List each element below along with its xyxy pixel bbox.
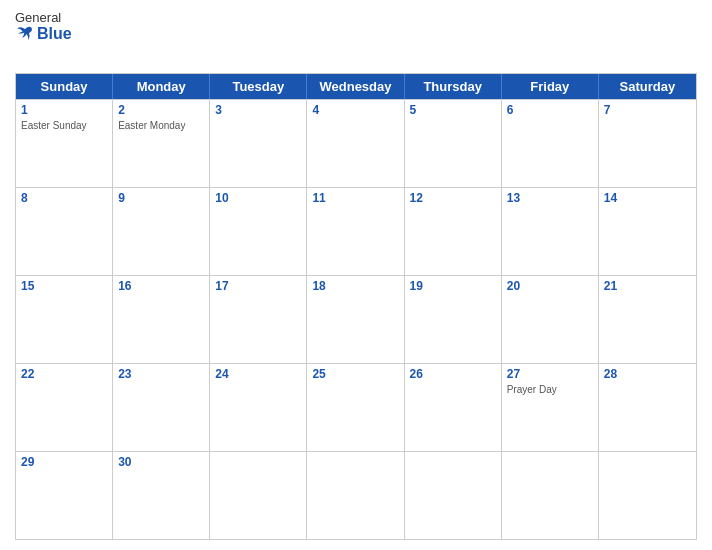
day-number: 23: [118, 367, 204, 383]
calendar-cell: 17: [210, 276, 307, 363]
day-number: 16: [118, 279, 204, 295]
day-number: 4: [312, 103, 398, 119]
col-wednesday: Wednesday: [307, 74, 404, 99]
calendar-cell: 21: [599, 276, 696, 363]
week-row-5: 2930: [16, 451, 696, 539]
logo: General Blue: [15, 10, 72, 43]
day-number: 25: [312, 367, 398, 383]
day-number: 24: [215, 367, 301, 383]
day-number: 2: [118, 103, 204, 119]
calendar-cell: 14: [599, 188, 696, 275]
calendar-cell: 10: [210, 188, 307, 275]
calendar-cell: 28: [599, 364, 696, 451]
calendar-cell: 1Easter Sunday: [16, 100, 113, 187]
col-sunday: Sunday: [16, 74, 113, 99]
calendar-header-row: Sunday Monday Tuesday Wednesday Thursday…: [16, 74, 696, 99]
day-number: 1: [21, 103, 107, 119]
calendar-cell: [210, 452, 307, 539]
day-number: 27: [507, 367, 593, 383]
calendar-cell: 30: [113, 452, 210, 539]
calendar-cell: 24: [210, 364, 307, 451]
calendar-cell: 11: [307, 188, 404, 275]
header: General Blue: [15, 10, 697, 65]
calendar-cell: 4: [307, 100, 404, 187]
calendar-cell: 6: [502, 100, 599, 187]
day-number: 26: [410, 367, 496, 383]
calendar-cell: 12: [405, 188, 502, 275]
calendar-cell: 9: [113, 188, 210, 275]
calendar-cell: 18: [307, 276, 404, 363]
calendar-cell: [307, 452, 404, 539]
col-tuesday: Tuesday: [210, 74, 307, 99]
calendar-cell: 5: [405, 100, 502, 187]
calendar-cell: [599, 452, 696, 539]
week-row-3: 15161718192021: [16, 275, 696, 363]
day-number: 9: [118, 191, 204, 207]
day-number: 10: [215, 191, 301, 207]
day-number: 7: [604, 103, 691, 119]
day-number: 20: [507, 279, 593, 295]
calendar-cell: 7: [599, 100, 696, 187]
day-number: 8: [21, 191, 107, 207]
calendar-cell: 8: [16, 188, 113, 275]
calendar-cell: [405, 452, 502, 539]
day-number: 11: [312, 191, 398, 207]
day-number: 30: [118, 455, 204, 471]
day-event: Easter Sunday: [21, 120, 107, 132]
week-row-4: 222324252627Prayer Day28: [16, 363, 696, 451]
day-number: 15: [21, 279, 107, 295]
calendar-cell: 19: [405, 276, 502, 363]
day-number: 21: [604, 279, 691, 295]
calendar-cell: [502, 452, 599, 539]
calendar-cell: 15: [16, 276, 113, 363]
calendar-cell: 16: [113, 276, 210, 363]
day-number: 18: [312, 279, 398, 295]
day-number: 13: [507, 191, 593, 207]
day-number: 29: [21, 455, 107, 471]
calendar-body: 1Easter Sunday2Easter Monday345678910111…: [16, 99, 696, 539]
logo-blue-text: Blue: [15, 25, 72, 43]
calendar-cell: 27Prayer Day: [502, 364, 599, 451]
day-number: 17: [215, 279, 301, 295]
day-number: 22: [21, 367, 107, 383]
day-number: 5: [410, 103, 496, 119]
calendar-cell: 29: [16, 452, 113, 539]
day-number: 14: [604, 191, 691, 207]
calendar-cell: 13: [502, 188, 599, 275]
page: General Blue Sunday Monday Tuesday Wedne…: [0, 0, 712, 550]
day-number: 6: [507, 103, 593, 119]
day-number: 19: [410, 279, 496, 295]
col-thursday: Thursday: [405, 74, 502, 99]
calendar-cell: 20: [502, 276, 599, 363]
calendar-cell: 25: [307, 364, 404, 451]
col-monday: Monday: [113, 74, 210, 99]
day-number: 28: [604, 367, 691, 383]
calendar-cell: 3: [210, 100, 307, 187]
week-row-2: 891011121314: [16, 187, 696, 275]
day-event: Easter Monday: [118, 120, 204, 132]
calendar-cell: 26: [405, 364, 502, 451]
week-row-1: 1Easter Sunday2Easter Monday34567: [16, 99, 696, 187]
day-number: 3: [215, 103, 301, 119]
logo-bird-icon: [15, 26, 35, 42]
day-number: 12: [410, 191, 496, 207]
calendar-cell: 2Easter Monday: [113, 100, 210, 187]
day-event: Prayer Day: [507, 384, 593, 396]
col-saturday: Saturday: [599, 74, 696, 99]
calendar-cell: 23: [113, 364, 210, 451]
col-friday: Friday: [502, 74, 599, 99]
logo-general-text: General: [15, 10, 61, 25]
calendar-cell: 22: [16, 364, 113, 451]
calendar: Sunday Monday Tuesday Wednesday Thursday…: [15, 73, 697, 540]
